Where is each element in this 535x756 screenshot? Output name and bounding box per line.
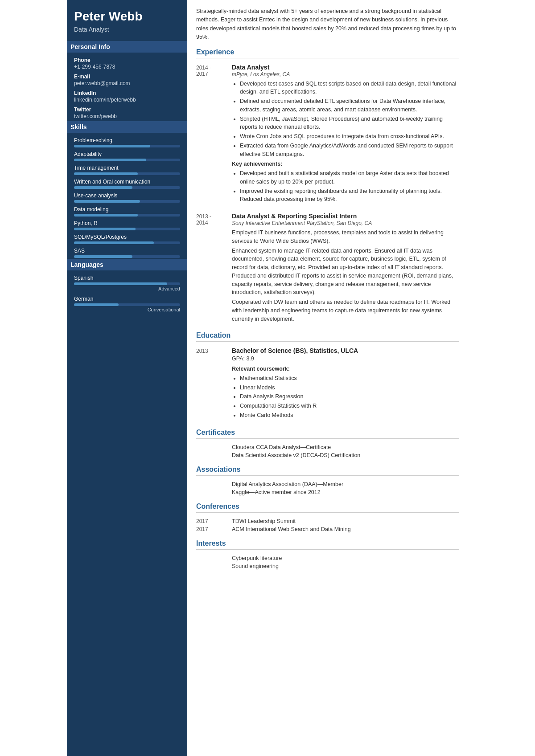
skills-heading: Skills	[67, 121, 187, 133]
main-content: Strategically-minded data analyst with 5…	[187, 0, 468, 756]
coursework-label: Relevant coursework:	[232, 365, 459, 373]
conf-name-2: ACM International Web Search and Data Mi…	[232, 526, 351, 532]
assoc-item-2: Kaggle—Active member since 2012	[196, 489, 459, 495]
skill-sas: SAS	[74, 248, 180, 258]
certificates-section: Certificates Cloudera CCA Data Analyst—C…	[196, 429, 459, 458]
cert-item-2: Data Scientist Associate v2 (DECA-DS) Ce…	[196, 452, 459, 458]
interest-item-1: Cyberpunk literature	[196, 555, 459, 561]
gpa: GPA: 3.9	[232, 355, 459, 363]
lang-spanish: Spanish Advanced	[74, 275, 180, 291]
personal-info-heading: Personal Info	[67, 41, 187, 53]
associations-section: Associations Digital Analytics Associati…	[196, 466, 459, 495]
degree-title: Bachelor of Science (BS), Statistics, UL…	[232, 347, 459, 354]
email-label: E-mail	[74, 74, 180, 80]
job-bullet: Wrote Cron Jobs and SQL procedures to in…	[240, 132, 459, 141]
twitter-label: Twitter	[74, 106, 180, 113]
sidebar: Peter Webb Data Analyst Personal Info Ph…	[67, 0, 187, 756]
skill-sql: SQL/MySQL/Postgres	[74, 234, 180, 244]
key-achievements-label: Key achievements:	[232, 160, 459, 168]
conferences-section: Conferences 2017 TDWI Leadership Summit …	[196, 503, 459, 532]
job-body-2: Employed IT business functions, processe…	[232, 229, 459, 323]
skill-adaptability: Adaptability	[74, 151, 180, 161]
twitter-value: twitter.com/pwebb	[74, 113, 180, 119]
coursework-item: Linear Models	[240, 384, 459, 392]
job-title-2: Data Analyst & Reporting Specialist Inte…	[232, 212, 459, 220]
education-heading: Education	[196, 331, 459, 342]
conf-date-1: 2017	[196, 518, 232, 524]
experience-section: Experience 2014 -2017 Data Analyst mPyre…	[196, 48, 459, 325]
conf-date-2: 2017	[196, 526, 232, 532]
education-content-1: Bachelor of Science (BS), Statistics, UL…	[232, 347, 459, 421]
associations-heading: Associations	[196, 466, 459, 476]
experience-heading: Experience	[196, 48, 459, 58]
job-bullet: Extracted data from Google Analytics/AdW…	[240, 142, 459, 159]
coursework-item: Computational Statistics with R	[240, 402, 459, 410]
job-company-1: mPyre, Los Angeles, CA	[232, 71, 459, 78]
experience-content-2: Data Analyst & Reporting Specialist Inte…	[232, 212, 459, 324]
experience-date-2: 2013 -2014	[196, 212, 232, 324]
job-para: Enhanced system to manage IT-related dat…	[232, 247, 459, 297]
skill-problem-solving: Problem-solving	[74, 137, 180, 147]
job-bullet: Defined and documented detailed ETL spec…	[240, 97, 459, 114]
job-para: Cooperated with DW team and others as ne…	[232, 298, 459, 323]
achievement-bullet: Developed and built a statistical analys…	[240, 169, 459, 186]
lang-german: German Conversational	[74, 296, 180, 312]
interests-section: Interests Cyberpunk literature Sound eng…	[196, 539, 459, 569]
resume-container: Peter Webb Data Analyst Personal Info Ph…	[67, 0, 468, 756]
conference-entry-2: 2017 ACM International Web Search and Da…	[196, 526, 459, 532]
experience-entry-1: 2014 -2017 Data Analyst mPyre, Los Angel…	[196, 64, 459, 206]
conf-name-1: TDWI Leadership Summit	[232, 518, 296, 524]
cert-item-1: Cloudera CCA Data Analyst—Certificate	[196, 444, 459, 450]
skill-python-r: Python, R	[74, 220, 180, 230]
job-para: Employed IT business functions, processe…	[232, 229, 459, 245]
education-date-1: 2013	[196, 347, 232, 421]
languages-heading: Languages	[67, 259, 187, 270]
job-company-2: Sony Interactive Entertainment PlayStati…	[232, 220, 459, 226]
experience-date-1: 2014 -2017	[196, 64, 232, 206]
certificates-heading: Certificates	[196, 429, 459, 439]
experience-entry-2: 2013 -2014 Data Analyst & Reporting Spec…	[196, 212, 459, 324]
experience-content-1: Data Analyst mPyre, Los Angeles, CA Deve…	[232, 64, 459, 206]
conferences-heading: Conferences	[196, 503, 459, 513]
linkedin-value: linkedin.com/in/peterwebb	[74, 97, 180, 103]
skill-data-modeling: Data modeling	[74, 206, 180, 217]
summary-text: Strategically-minded data analyst with 5…	[196, 7, 459, 42]
job-bullet: Developed test cases and SQL test script…	[240, 80, 459, 97]
linkedin-label: LinkedIn	[74, 90, 180, 96]
coursework-item: Mathematical Statistics	[240, 374, 459, 383]
education-section: Education 2013 Bachelor of Science (BS),…	[196, 331, 459, 421]
skill-written-oral: Written and Oral communication	[74, 179, 180, 189]
interest-item-2: Sound engineering	[196, 563, 459, 569]
coursework-item: Monte Carlo Methods	[240, 411, 459, 420]
coursework-item: Data Analysis Regression	[240, 392, 459, 401]
education-entry-1: 2013 Bachelor of Science (BS), Statistic…	[196, 347, 459, 421]
phone-label: Phone	[74, 57, 180, 63]
email-value: peter.webb@gmail.com	[74, 80, 180, 86]
phone-value: +1-299-456-7878	[74, 64, 180, 70]
sidebar-name: Peter Webb	[74, 9, 180, 24]
job-bullet: Scripted (HTML, JavaScript, Stored Proce…	[240, 115, 459, 132]
assoc-item-1: Digital Analytics Association (DAA)—Memb…	[196, 481, 459, 487]
skill-time-management: Time management	[74, 165, 180, 175]
education-body: GPA: 3.9 Relevant coursework: Mathematic…	[232, 355, 459, 419]
sidebar-job-title: Data Analyst	[74, 26, 180, 33]
conference-entry-1: 2017 TDWI Leadership Summit	[196, 518, 459, 524]
interests-heading: Interests	[196, 539, 459, 550]
job-body-1: Developed test cases and SQL test script…	[232, 80, 459, 204]
job-title-1: Data Analyst	[232, 64, 459, 71]
skill-use-case: Use-case analysis	[74, 192, 180, 203]
achievement-bullet: Improved the existing reporting dashboar…	[240, 187, 459, 204]
